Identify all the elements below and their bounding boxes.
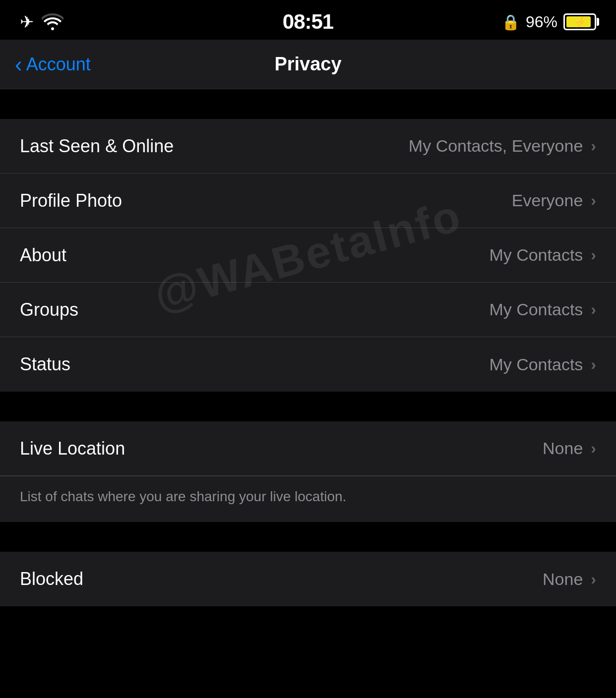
last-seen-row[interactable]: Last Seen & Online My Contacts, Everyone…: [0, 119, 616, 174]
status-right: My Contacts ›: [489, 355, 596, 374]
live-location-chevron-icon: ›: [591, 439, 596, 458]
status-bar: ✈ 08:51 🔒 96% ⚡: [0, 0, 616, 40]
middle-separator: [0, 392, 616, 421]
live-location-row[interactable]: Live Location None ›: [0, 421, 616, 476]
profile-photo-row[interactable]: Profile Photo Everyone ›: [0, 174, 616, 228]
status-chevron-icon: ›: [591, 355, 596, 374]
live-location-footer: List of chats where you are sharing your…: [0, 476, 616, 522]
live-location-value: None: [543, 439, 583, 458]
blocked-label: Blocked: [20, 569, 83, 589]
about-value: My Contacts: [489, 245, 583, 265]
privacy-section-1: @WABetaInfo Last Seen & Online My Contac…: [0, 119, 616, 392]
airplane-icon: ✈: [20, 12, 34, 32]
groups-label: Groups: [20, 299, 78, 320]
about-right: My Contacts ›: [489, 245, 596, 265]
groups-row[interactable]: Groups My Contacts ›: [0, 283, 616, 337]
live-location-label: Live Location: [20, 438, 125, 459]
lock-status-icon: 🔒: [501, 13, 520, 31]
groups-chevron-icon: ›: [591, 300, 596, 319]
groups-value: My Contacts: [489, 300, 583, 319]
status-right-icons: 🔒 96% ⚡: [501, 13, 596, 31]
top-separator: [0, 89, 616, 119]
status-left-icons: ✈: [20, 12, 63, 32]
profile-photo-value: Everyone: [512, 191, 583, 210]
live-location-footer-text: List of chats where you are sharing your…: [20, 489, 346, 504]
live-location-section: Live Location None › List of chats where…: [0, 421, 616, 522]
last-seen-right: My Contacts, Everyone ›: [409, 136, 596, 156]
last-seen-chevron-icon: ›: [591, 137, 596, 155]
last-seen-label: Last Seen & Online: [20, 136, 174, 157]
status-value: My Contacts: [489, 355, 583, 374]
blocked-value: None: [543, 570, 583, 589]
blocked-right: None ›: [543, 570, 596, 589]
live-location-right: None ›: [543, 439, 596, 458]
profile-photo-right: Everyone ›: [512, 191, 596, 210]
battery-percent: 96%: [526, 13, 557, 31]
back-chevron-icon: ‹: [15, 54, 22, 75]
status-label: Status: [20, 354, 70, 375]
page-title: Privacy: [274, 54, 341, 75]
back-label: Account: [26, 54, 91, 75]
about-label: About: [20, 245, 66, 266]
nav-header: ‹ Account Privacy: [0, 40, 616, 89]
last-seen-value: My Contacts, Everyone: [409, 136, 583, 156]
battery-icon: ⚡: [563, 13, 596, 30]
profile-photo-label: Profile Photo: [20, 190, 122, 211]
status-row[interactable]: Status My Contacts ›: [0, 337, 616, 392]
charging-icon: ⚡: [574, 16, 586, 28]
status-time: 08:51: [283, 10, 333, 34]
groups-right: My Contacts ›: [489, 300, 596, 319]
profile-photo-chevron-icon: ›: [591, 191, 596, 210]
wifi-icon: [42, 13, 63, 30]
about-row[interactable]: About My Contacts ›: [0, 228, 616, 283]
blocked-section: Blocked None ›: [0, 552, 616, 606]
back-button[interactable]: ‹ Account: [15, 54, 91, 75]
about-chevron-icon: ›: [591, 246, 596, 264]
blocked-chevron-icon: ›: [591, 570, 596, 588]
bottom-separator: [0, 522, 616, 552]
blocked-row[interactable]: Blocked None ›: [0, 552, 616, 606]
privacy-list-section: Last Seen & Online My Contacts, Everyone…: [0, 119, 616, 392]
